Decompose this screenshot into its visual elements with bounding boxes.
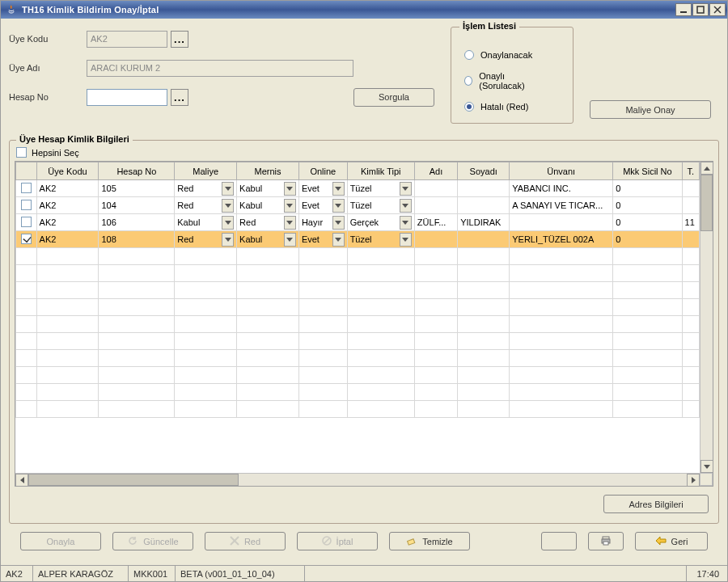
table-cell[interactable]: ZÜLF...: [414, 214, 457, 231]
table-cell[interactable]: [682, 231, 699, 248]
hesap-no-field[interactable]: [87, 89, 167, 106]
column-header[interactable]: Mkk Sicil No: [613, 162, 682, 180]
dropdown-button[interactable]: [284, 199, 296, 213]
table-row[interactable]: AK2108RedKabulEvetTüzelYERLI_TÜZEL 002A0: [16, 231, 700, 248]
scroll-left-button[interactable]: [15, 474, 28, 487]
column-header[interactable]: Üye Kodu: [36, 162, 99, 180]
table-cell[interactable]: 0: [613, 180, 682, 197]
dropdown-button[interactable]: [332, 216, 345, 230]
column-header[interactable]: Kimlik Tipi: [347, 162, 414, 180]
temizle-button[interactable]: Temizle: [389, 532, 470, 550]
dropdown-button[interactable]: [222, 233, 234, 247]
table-cell[interactable]: Tüzel: [347, 180, 414, 197]
dropdown-button[interactable]: [332, 233, 345, 247]
dropdown-button[interactable]: [400, 199, 412, 213]
red-button[interactable]: Red: [205, 532, 286, 550]
table-cell[interactable]: Red: [175, 180, 237, 197]
dropdown-button[interactable]: [400, 216, 412, 230]
table-cell[interactable]: AK2: [36, 214, 99, 231]
table-cell[interactable]: 0: [613, 214, 682, 231]
column-header[interactable]: [16, 162, 37, 180]
geri-button[interactable]: Geri: [635, 532, 708, 550]
table-cell[interactable]: 105: [99, 180, 175, 197]
table-cell[interactable]: [414, 180, 457, 197]
table-cell[interactable]: AK2: [36, 180, 99, 197]
table-cell[interactable]: Kabul: [175, 214, 237, 231]
dropdown-button[interactable]: [284, 182, 296, 196]
table-cell[interactable]: Kabul: [237, 197, 299, 214]
table-cell[interactable]: Evet: [298, 180, 347, 197]
adres-bilgileri-button[interactable]: Adres Bilgileri: [603, 495, 709, 513]
table-cell[interactable]: Kabul: [237, 180, 299, 197]
maliye-onay-button[interactable]: Maliye Onay: [590, 100, 711, 119]
table-cell[interactable]: Tüzel: [347, 197, 414, 214]
column-header[interactable]: Mernis: [237, 162, 299, 180]
table-cell[interactable]: YABANCI INC.: [510, 180, 613, 197]
row-checkbox[interactable]: [21, 183, 32, 193]
column-header[interactable]: Soyadı: [458, 162, 510, 180]
table-cell[interactable]: [458, 197, 510, 214]
column-header[interactable]: Hesap No: [99, 162, 175, 180]
table-cell[interactable]: Evet: [298, 197, 347, 214]
column-header[interactable]: Adı: [414, 162, 457, 180]
blank-action-button[interactable]: [541, 532, 577, 550]
sorgula-button[interactable]: Sorgula: [353, 88, 434, 107]
dropdown-button[interactable]: [400, 182, 412, 196]
table-cell[interactable]: 11: [682, 214, 699, 231]
table-cell[interactable]: Kabul: [237, 231, 299, 248]
row-checkbox[interactable]: [21, 234, 32, 244]
dropdown-button[interactable]: [284, 216, 296, 230]
table-cell[interactable]: [510, 214, 613, 231]
row-checkbox[interactable]: [21, 200, 32, 210]
hesap-no-lookup-button[interactable]: ...: [171, 89, 188, 106]
table-cell[interactable]: Red: [237, 214, 299, 231]
minimize-button[interactable]: [675, 3, 692, 16]
dropdown-button[interactable]: [222, 216, 234, 230]
table-cell[interactable]: A SANAYI VE TICAR...: [510, 197, 613, 214]
table-cell[interactable]: Tüzel: [347, 231, 414, 248]
table-cell[interactable]: Evet: [298, 231, 347, 248]
radio-onaylanacak[interactable]: Onaylanacak: [464, 50, 540, 60]
radio-hatali[interactable]: Hatalı (Red): [464, 102, 540, 112]
table-cell[interactable]: [458, 180, 510, 197]
scroll-thumb[interactable]: [28, 474, 239, 486]
iptal-button[interactable]: İptal: [297, 532, 378, 550]
table-cell[interactable]: [682, 180, 699, 197]
maximize-button[interactable]: [692, 3, 709, 16]
table-cell[interactable]: [682, 197, 699, 214]
table-cell[interactable]: YILDIRAK: [458, 214, 510, 231]
scroll-up-button[interactable]: [700, 162, 713, 175]
row-checkbox[interactable]: [21, 217, 32, 227]
column-header[interactable]: Maliye: [175, 162, 237, 180]
dropdown-button[interactable]: [332, 182, 345, 196]
dropdown-button[interactable]: [222, 182, 234, 196]
scroll-down-button[interactable]: [700, 460, 713, 473]
table-cell[interactable]: AK2: [36, 231, 99, 248]
table-cell[interactable]: [414, 197, 457, 214]
column-header[interactable]: Online: [298, 162, 347, 180]
horizontal-scrollbar[interactable]: [15, 473, 700, 486]
table-cell[interactable]: AK2: [36, 197, 99, 214]
dropdown-button[interactable]: [400, 233, 412, 247]
table-cell[interactable]: 106: [99, 214, 175, 231]
table-cell[interactable]: Red: [175, 231, 237, 248]
table-cell[interactable]: Gerçek: [347, 214, 414, 231]
table-row[interactable]: AK2104RedKabulEvetTüzelA SANAYI VE TICAR…: [16, 197, 700, 214]
radio-onayli[interactable]: Onaylı (Sorulacak): [464, 71, 540, 91]
dropdown-button[interactable]: [284, 233, 296, 247]
dropdown-button[interactable]: [222, 199, 234, 213]
table-cell[interactable]: Hayır: [298, 214, 347, 231]
column-header[interactable]: T.: [682, 162, 699, 180]
uye-kodu-lookup-button[interactable]: ...: [171, 31, 188, 48]
table-cell[interactable]: YERLI_TÜZEL 002A: [510, 231, 613, 248]
dropdown-button[interactable]: [332, 199, 345, 213]
table-cell[interactable]: Red: [175, 197, 237, 214]
table-cell[interactable]: 104: [99, 197, 175, 214]
onayla-button[interactable]: Onayla: [20, 532, 101, 550]
table-row[interactable]: AK2106KabulRedHayırGerçekZÜLF...YILDIRAK…: [16, 214, 700, 231]
scroll-thumb[interactable]: [700, 175, 713, 231]
table-cell[interactable]: 0: [613, 197, 682, 214]
table-cell[interactable]: [458, 231, 510, 248]
table-cell[interactable]: 0: [613, 231, 682, 248]
table-cell[interactable]: [414, 231, 457, 248]
